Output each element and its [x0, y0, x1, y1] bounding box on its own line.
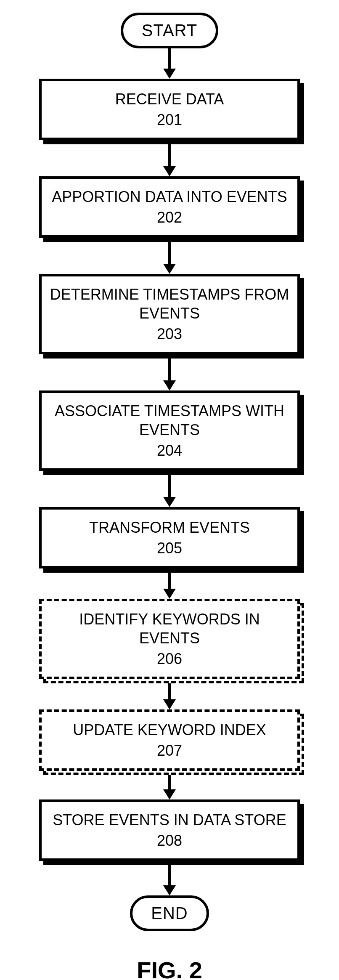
step-number: 205: [49, 539, 290, 558]
process-step: DETERMINE TIMESTAMPS FROM EVENTS 203: [39, 274, 300, 354]
terminator-end: END: [130, 895, 209, 931]
step-label: IDENTIFY KEYWORDS IN EVENTS: [79, 611, 260, 647]
arrow-icon: [163, 242, 176, 274]
step-number: 201: [49, 110, 290, 129]
step-label: TRANSFORM EVENTS: [89, 519, 250, 536]
step-label: ASSOCIATE TIMESTAMPS WITH EVENTS: [55, 402, 284, 438]
arrow-icon: [163, 865, 176, 895]
step-label: APPORTION DATA INTO EVENTS: [52, 188, 287, 205]
step-number: 206: [49, 649, 290, 668]
step-number: 207: [49, 741, 290, 760]
step-label: STORE EVENTS IN DATA STORE: [53, 811, 286, 829]
flowchart: START RECEIVE DATA 201 APPORTION DATA IN…: [0, 13, 339, 980]
step-number: 202: [49, 208, 290, 227]
process-step: STORE EVENTS IN DATA STORE 208: [39, 799, 300, 861]
step-label: DETERMINE TIMESTAMPS FROM EVENTS: [50, 286, 289, 322]
process-step: TRANSFORM EVENTS 205: [39, 507, 300, 568]
arrow-icon: [163, 573, 176, 599]
arrow-icon: [163, 475, 176, 507]
step-label: UPDATE KEYWORD INDEX: [73, 721, 266, 738]
arrow-icon: [163, 359, 176, 390]
step-number: 208: [49, 831, 290, 850]
process-step: RECEIVE DATA 201: [39, 79, 300, 140]
step-label: RECEIVE DATA: [115, 90, 224, 108]
process-step: APPORTION DATA INTO EVENTS 202: [39, 176, 300, 238]
figure-caption: FIG. 2: [137, 956, 202, 980]
terminator-start: START: [121, 13, 218, 48]
process-step-optional: IDENTIFY KEYWORDS IN EVENTS 206: [39, 599, 300, 679]
process-step: ASSOCIATE TIMESTAMPS WITH EVENTS 204: [39, 390, 300, 471]
process-step-optional: UPDATE KEYWORD INDEX 207: [39, 709, 300, 771]
arrow-icon: [163, 775, 176, 799]
step-number: 204: [49, 441, 290, 460]
step-number: 203: [49, 324, 290, 343]
arrow-icon: [163, 48, 176, 79]
arrow-icon: [163, 683, 176, 709]
arrow-icon: [163, 144, 176, 176]
